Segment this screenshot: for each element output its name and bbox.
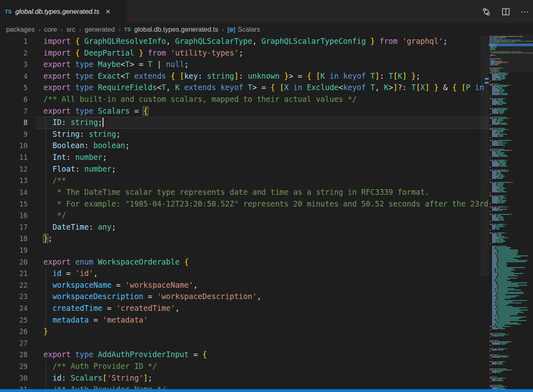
overview-ruler-mark xyxy=(485,78,489,80)
chevron-right-icon: › xyxy=(79,26,81,33)
code-text: workspaceName = 'workspaceName', xyxy=(43,280,198,291)
line-number: 20 xyxy=(0,256,28,268)
symbol-icon: [⊘] xyxy=(228,26,235,33)
chevron-right-icon: › xyxy=(222,26,224,33)
breadcrumb-item-src[interactable]: src xyxy=(67,26,75,33)
code-text: Boolean: boolean; xyxy=(43,140,130,152)
line-number: 15 xyxy=(0,198,28,210)
code-line[interactable]: 20export enum WorkspaceOrderable { xyxy=(0,256,489,268)
code-line[interactable]: 6/** All built-in and custom scalars, ma… xyxy=(0,94,489,106)
code-text: import { GraphQLResolveInfo, GraphQLScal… xyxy=(43,36,447,47)
code-line[interactable]: 2import { DeepPartial } from 'utility-ty… xyxy=(0,47,489,59)
line-number: 16 xyxy=(0,210,28,222)
line-number: 7 xyxy=(0,106,28,117)
code-line[interactable]: 7export type Scalars = { xyxy=(0,106,489,117)
code-line[interactable]: 22 workspaceName = 'workspaceName', xyxy=(0,280,489,291)
breadcrumb[interactable]: packages›core›src›generated›TSglobal.db.… xyxy=(0,23,533,36)
code-text: export type RequireFields<T, K extends k… xyxy=(43,82,489,94)
breadcrumb-item-packages[interactable]: packages xyxy=(6,26,35,33)
line-number: 9 xyxy=(0,129,28,140)
code-text: /** xyxy=(43,175,66,187)
chevron-right-icon: › xyxy=(39,26,41,33)
code-line[interactable]: 11 Int: number; xyxy=(0,152,489,164)
code-line[interactable]: 9 String: string; xyxy=(0,129,489,140)
code-line[interactable]: 23 workspaceDescription = 'workspaceDesc… xyxy=(0,291,489,303)
line-number: 11 xyxy=(0,152,28,164)
code-text: ID: string; xyxy=(43,117,103,129)
line-number: 10 xyxy=(0,140,28,152)
code-line[interactable]: 30 id: Scalars['String']; xyxy=(0,373,489,384)
code-line[interactable]: 29 /** Auth Provider ID */ xyxy=(0,361,489,373)
code-line[interactable]: 4export type Exact<T extends { [key: str… xyxy=(0,71,489,82)
code-text: export type AddAuthProviderInput = { xyxy=(43,349,207,361)
vscode-window: TS global.db.types.generated.ts ✕ ⋯ xyxy=(0,0,533,392)
code-line[interactable]: 27 xyxy=(0,338,489,349)
close-icon[interactable]: ✕ xyxy=(105,9,111,15)
code-text: /** Auth Provider Name */ xyxy=(43,384,166,390)
breadcrumb-file[interactable]: global.db.types.generated.ts xyxy=(134,26,218,33)
code-line[interactable]: 26} xyxy=(0,326,489,338)
line-number: 5 xyxy=(0,82,28,94)
line-number: 17 xyxy=(0,222,28,233)
line-number: 4 xyxy=(0,71,28,82)
breadcrumb-item-core[interactable]: core xyxy=(44,26,57,33)
vertical-scrollbar[interactable] xyxy=(481,36,489,390)
code-text: } xyxy=(43,326,48,338)
code-text: Float: number; xyxy=(43,164,116,175)
code-line[interactable]: 8 ID: string; xyxy=(0,117,489,129)
editor-tab[interactable]: TS global.db.types.generated.ts ✕ xyxy=(0,0,127,23)
code-text: String: string; xyxy=(43,129,120,140)
code-line[interactable]: 1import { GraphQLResolveInfo, GraphQLSca… xyxy=(0,36,489,47)
breadcrumb-item-generated[interactable]: generated xyxy=(85,26,115,33)
code-text: export type Scalars = { xyxy=(43,106,148,117)
code-text: export type Exact<T extends { [key: stri… xyxy=(43,71,420,82)
code-line[interactable]: 19 xyxy=(0,245,489,256)
minimap[interactable] xyxy=(489,34,533,392)
code-text: * The DateTime scalar type represents da… xyxy=(43,187,430,198)
code-line[interactable]: 25 metadata = 'metadata' xyxy=(0,314,489,326)
chevron-right-icon: › xyxy=(118,26,120,33)
code-line[interactable]: 17 DateTime: any; xyxy=(0,222,489,233)
line-number: 27 xyxy=(0,338,28,349)
code-line[interactable]: 31 /** Auth Provider Name */ xyxy=(0,384,489,390)
code-editor[interactable]: 1import { GraphQLResolveInfo, GraphQLSca… xyxy=(0,36,489,390)
more-actions-icon[interactable]: ⋯ xyxy=(521,7,530,17)
code-line[interactable]: 13 /** xyxy=(0,175,489,187)
line-number: 1 xyxy=(0,36,28,47)
code-line[interactable]: 3export type Maybe<T> = T | null; xyxy=(0,59,489,71)
code-text: DateTime: any; xyxy=(43,222,116,233)
overview-ruler-mark xyxy=(485,82,489,84)
code-line[interactable]: 24 createdTime = 'createdTime', xyxy=(0,303,489,314)
line-number: 19 xyxy=(0,245,28,256)
line-number: 14 xyxy=(0,187,28,198)
split-editor-icon[interactable] xyxy=(501,7,510,16)
line-number: 8 xyxy=(0,117,28,129)
code-line[interactable]: 28export type AddAuthProviderInput = { xyxy=(0,349,489,361)
typescript-file-icon: TS xyxy=(5,9,12,15)
code-line[interactable]: 16 */ xyxy=(0,210,489,222)
line-number: 31 xyxy=(0,384,28,390)
chevron-right-icon: › xyxy=(61,26,63,33)
typescript-file-icon: TS xyxy=(124,26,131,32)
code-line[interactable]: 21 id = 'id', xyxy=(0,268,489,280)
line-number: 2 xyxy=(0,47,28,59)
line-number: 21 xyxy=(0,268,28,280)
code-line[interactable]: 10 Boolean: boolean; xyxy=(0,140,489,152)
code-text: workspaceDescription = 'workspaceDescrip… xyxy=(43,291,261,303)
editor-actions: ⋯ xyxy=(482,0,530,23)
code-line[interactable]: 15 * For example: "1985-04-12T23:20:50.5… xyxy=(0,198,489,210)
code-line[interactable]: 5export type RequireFields<T, K extends … xyxy=(0,82,489,94)
code-text: }; xyxy=(43,233,52,245)
code-line[interactable]: 12 Float: number; xyxy=(0,164,489,175)
scrollbar-slider[interactable] xyxy=(481,36,489,276)
code-line[interactable]: 14 * The DateTime scalar type represents… xyxy=(0,187,489,198)
status-bar xyxy=(0,389,533,392)
line-number: 30 xyxy=(0,373,28,384)
open-changes-icon[interactable] xyxy=(482,7,491,16)
line-number: 25 xyxy=(0,314,28,326)
line-number: 18 xyxy=(0,233,28,245)
breadcrumb-symbol[interactable]: Scalars xyxy=(238,26,260,33)
code-text: createdTime = 'createdTime', xyxy=(43,303,180,314)
code-text: Int: number; xyxy=(43,152,107,164)
code-line[interactable]: 18}; xyxy=(0,233,489,245)
